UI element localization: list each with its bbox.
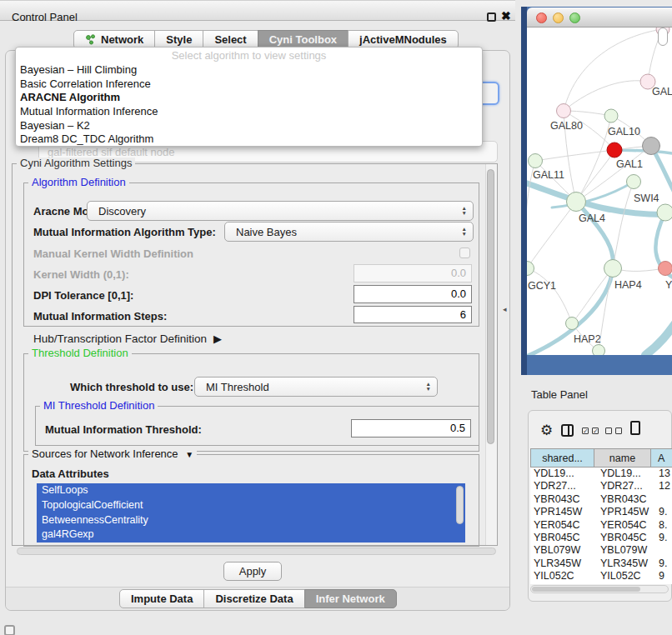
node-gray[interactable] [643, 138, 660, 155]
network-window-titlebar[interactable] [527, 8, 672, 28]
which-threshold-value: MI Threshold [206, 381, 269, 393]
application-window: Control Panel ✖ Network Style Select Cyn… [0, 0, 672, 635]
table-row[interactable]: YIL052CYIL052C9 [530, 570, 672, 582]
node-label: GAL1 [616, 158, 643, 170]
document-icon[interactable] [630, 421, 640, 435]
mi-threshold-input[interactable]: 0.5 [351, 419, 471, 438]
node-label: GAL10 [608, 126, 640, 138]
table-row[interactable]: YBR045CYBR045C9. [530, 532, 672, 544]
node-label: GAL [652, 86, 672, 98]
node-label: GAL11 [533, 169, 564, 181]
mi-steps-input[interactable]: 6 [354, 306, 472, 323]
node-gal1[interactable] [607, 142, 622, 158]
network-canvas[interactable]: GAL GAL80 GAL10 GAL1 GAL11 GAL4 SWI4 GCY… [527, 28, 672, 355]
cyni-settings-group-title: Cyni Algorithm Settings [17, 158, 135, 169]
network-scrollbar[interactable] [658, 28, 668, 46]
column-header-partial[interactable]: A [650, 448, 672, 468]
node-gal11[interactable] [529, 154, 543, 168]
table-row[interactable]: YBR043CYBR043C [530, 493, 672, 506]
tab-cyni-toolbox-label: Cyni Toolbox [269, 33, 337, 46]
attribute-item-selected[interactable]: gal4RGexp [37, 528, 465, 542]
columns-icon[interactable] [561, 424, 574, 437]
node-gal10[interactable] [604, 109, 618, 122]
dropdown-item[interactable]: Dream8 DC_TDC Algorithm [16, 132, 482, 147]
algorithm-dropdown-list: Select algorithm to view settings Bayesi… [15, 47, 483, 147]
node-green[interactable] [657, 204, 672, 221]
tab-discretize-data[interactable]: Discretize Data [203, 589, 304, 608]
dropdown-item[interactable]: Mutual Information Inference [16, 105, 482, 119]
dpi-tolerance-input[interactable]: 0.0 [354, 285, 472, 303]
manual-kernel-checkbox[interactable] [459, 248, 470, 258]
attribute-item-selected[interactable]: BetweennessCentrality [37, 513, 465, 528]
mi-type-combobox[interactable]: Naive Bayes ▲▼ [224, 222, 474, 242]
deselect-all-icon[interactable] [605, 428, 622, 434]
node-label: GAL80 [550, 120, 583, 132]
table-row[interactable]: YDR27...YDR27...12 [530, 480, 672, 492]
mi-threshold-label: Mutual Information Threshold: [45, 422, 202, 438]
data-attributes-list: SelfLoops TopologicalCoefficient Between… [37, 483, 465, 542]
stepper-icon: ▲▼ [462, 206, 467, 215]
node-gal4[interactable] [567, 192, 586, 212]
aracne-mode-combobox[interactable]: Discovery ▲▼ [87, 201, 474, 221]
dpi-tolerance-label: DPI Tolerance [0,1]: [33, 288, 133, 303]
stepper-icon: ▲▼ [462, 227, 467, 236]
collapse-down-icon: ▼ [185, 450, 193, 459]
control-panel-titlebar: Control Panel ✖ [0, 0, 515, 21]
table-row[interactable]: YPR145WYPR145W9. [530, 506, 672, 518]
tab-infer-network-label: Infer Network [316, 592, 385, 605]
kernel-width-input[interactable]: 0.0 [354, 264, 472, 282]
node-label: HAP4 [614, 279, 642, 291]
zoom-traffic-light[interactable] [569, 12, 580, 23]
sources-group-title[interactable]: Sources for Network Inference ▼ [28, 448, 197, 461]
attributes-scrollbar-thumb[interactable] [456, 486, 464, 524]
dropdown-item[interactable]: Bayesian – Hill Climbing [16, 63, 482, 78]
control-panel-title: Control Panel [12, 11, 78, 23]
aracne-mode-value: Discovery [98, 205, 146, 218]
dropdown-item[interactable]: Basic Correlation Inference [16, 78, 482, 92]
manual-kernel-label: Manual Kernel Width Definition [33, 247, 193, 262]
algorithm-definition-title: Algorithm Definition [28, 177, 129, 188]
stepper-icon: ▲▼ [426, 382, 431, 391]
node-hap4[interactable] [604, 260, 622, 278]
expand-right-icon: ▶ [213, 332, 222, 345]
attribute-item-selected[interactable]: SelfLoops [37, 483, 465, 498]
select-all-icon[interactable]: ✓✓ [582, 428, 599, 434]
panel-splitter-handle[interactable]: ◂ [503, 305, 507, 313]
table-hscrollbar-thumb[interactable] [532, 587, 640, 592]
network-icon [85, 34, 96, 45]
apply-button[interactable]: Apply [223, 562, 282, 581]
dropdown-item-selected[interactable]: ARACNE Algorithm [16, 91, 482, 105]
node-label: HAP2 [574, 333, 601, 345]
node-attribute-table: shared... name A YDL19...YDL19...13 YDR2… [530, 448, 672, 584]
node-green2[interactable] [593, 345, 605, 356]
settings-scrollbar-thumb[interactable] [487, 169, 494, 444]
collapsed-panel-icon[interactable] [4, 625, 15, 635]
close-icon[interactable]: ✖ [501, 9, 511, 22]
tab-infer-network[interactable]: Infer Network [304, 589, 397, 608]
node-salmon[interactable] [659, 262, 672, 276]
settings-hscrollbar[interactable] [17, 548, 496, 555]
close-traffic-light[interactable] [536, 12, 547, 23]
table-row[interactable]: YLR345WYLR345W9. [530, 558, 672, 570]
node-swi4[interactable] [627, 175, 641, 189]
attribute-item-selected[interactable]: TopologicalCoefficient [37, 498, 465, 513]
column-header-name[interactable]: name [594, 448, 651, 468]
node-gcy1[interactable] [527, 262, 534, 276]
hub-definition-expander[interactable]: Hub/Transcription Factor Definition▶ [33, 332, 222, 347]
mi-steps-label: Mutual Information Steps: [33, 309, 167, 324]
node-hap2[interactable] [566, 318, 579, 330]
tab-impute-data[interactable]: Impute Data [119, 589, 204, 608]
dropdown-item[interactable]: Bayesian – K2 [16, 119, 482, 133]
gear-icon[interactable]: ⚙ [540, 422, 553, 439]
column-header-shared-name[interactable]: shared... [530, 448, 594, 468]
minimize-traffic-light[interactable] [553, 12, 564, 23]
which-threshold-combobox[interactable]: MI Threshold ▲▼ [194, 377, 438, 397]
table-row[interactable]: YDL19...YDL19...13 [530, 468, 672, 480]
float-window-icon[interactable] [487, 12, 496, 22]
tab-discretize-data-label: Discretize Data [215, 592, 293, 605]
node-label: Y [665, 279, 672, 291]
table-row[interactable]: YBL079WYBL079W [530, 544, 672, 557]
cyni-bottom-tabbar: Impute Data Discretize Data Infer Networ… [119, 589, 397, 608]
table-row[interactable]: YER054CYER054C8. [530, 519, 672, 532]
node-gal80[interactable] [557, 104, 571, 118]
